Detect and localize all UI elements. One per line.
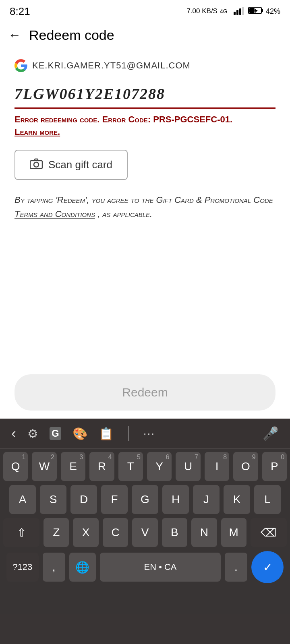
key-row-2: A S D F G H J K L — [3, 485, 287, 514]
battery-icon — [248, 6, 263, 17]
svg-rect-4 — [242, 7, 244, 15]
header: ← Redeem code — [0, 21, 290, 50]
account-row: KE.KRI.GAMER.YT51@GMAIL.COM — [14, 59, 276, 72]
key-c[interactable]: C — [103, 518, 128, 547]
status-time: 8:21 — [10, 5, 30, 18]
key-x[interactable]: X — [73, 518, 98, 547]
network-speed: 7.00 KB/S — [186, 7, 218, 15]
key-h[interactable]: H — [162, 485, 189, 514]
keyboard-keys: 1Q 2W 3E 4R 5T 6Y 7U 8I 9O 0P A S D F G … — [0, 449, 290, 585]
back-button[interactable]: ← — [8, 28, 21, 43]
key-e[interactable]: 3E — [61, 452, 85, 481]
content-area: KE.KRI.GAMER.YT51@GMAIL.COM Error redeem… — [0, 50, 290, 231]
key-y[interactable]: 6Y — [147, 452, 172, 481]
code-input[interactable] — [14, 82, 276, 109]
key-f[interactable]: F — [101, 485, 128, 514]
error-message: Error redeeming code. Error Code: PRS-PG… — [14, 114, 276, 138]
learn-more-link[interactable]: Learn more. — [14, 127, 60, 137]
svg-rect-2 — [236, 10, 238, 15]
key-shift[interactable]: ⇧ — [3, 518, 39, 547]
terms-link[interactable]: Terms and Conditions — [14, 209, 95, 219]
key-comma[interactable]: , — [43, 553, 65, 582]
key-s[interactable]: S — [40, 485, 66, 514]
status-bar: 8:21 7.00 KB/S 4G 42% — [0, 0, 290, 21]
key-globe[interactable]: 🌐 — [69, 553, 96, 582]
key-d[interactable]: D — [70, 485, 97, 514]
key-row-4: ?123 , 🌐 EN • CA . ✓ — [3, 551, 287, 583]
account-email: KE.KRI.GAMER.YT51@GMAIL.COM — [32, 60, 191, 71]
keyboard-settings-icon[interactable]: ⚙ — [27, 427, 38, 441]
key-m[interactable]: M — [221, 518, 246, 547]
key-q[interactable]: 1Q — [3, 452, 28, 481]
keyboard-more-icon[interactable]: ··· — [143, 427, 155, 440]
keyboard-mic-icon[interactable]: 🎤 — [263, 426, 279, 441]
key-space[interactable]: EN • CA — [100, 553, 221, 582]
battery-percent: 42% — [266, 7, 280, 16]
keyboard-translate-icon[interactable]: G — [50, 427, 61, 440]
svg-point-9 — [34, 162, 39, 167]
keyboard-back-icon[interactable]: ‹ — [11, 425, 16, 442]
key-period[interactable]: . — [225, 553, 247, 582]
key-r[interactable]: 4R — [89, 452, 114, 481]
redeem-button-container: Redeem — [14, 374, 276, 411]
key-j[interactable]: J — [193, 485, 220, 514]
key-p[interactable]: 0P — [262, 452, 287, 481]
key-l[interactable]: L — [254, 485, 281, 514]
svg-rect-3 — [239, 8, 241, 15]
key-g[interactable]: G — [132, 485, 158, 514]
toolbar-left: ‹ ⚙ G 🎨 📋 ··· — [11, 425, 155, 442]
key-123[interactable]: ?123 — [6, 553, 39, 582]
key-t[interactable]: 5T — [118, 452, 143, 481]
svg-rect-7 — [249, 8, 255, 13]
key-a[interactable]: A — [9, 485, 36, 514]
signal-icon — [234, 6, 246, 17]
redeem-button[interactable]: Redeem — [14, 374, 276, 411]
keyboard-clipboard-icon[interactable]: 📋 — [99, 427, 114, 441]
toolbar-divider — [128, 426, 129, 441]
key-row-1: 1Q 2W 3E 4R 5T 6Y 7U 8I 9O 0P — [3, 452, 287, 481]
svg-rect-6 — [261, 9, 263, 12]
key-w[interactable]: 2W — [32, 452, 56, 481]
key-n[interactable]: N — [191, 518, 217, 547]
network-type: 4G — [220, 6, 231, 17]
svg-text:4G: 4G — [220, 8, 228, 14]
keyboard-area: ‹ ⚙ G 🎨 📋 ··· 🎤 1Q 2W 3E 4R 5T 6Y 7U 8I … — [0, 419, 290, 644]
key-row-3: ⇧ Z X C V B N M ⌫ — [3, 518, 287, 547]
svg-rect-1 — [234, 12, 236, 15]
key-o[interactable]: 9O — [233, 452, 258, 481]
key-enter[interactable]: ✓ — [251, 551, 284, 583]
terms-text: By tapping 'Redeem', you agree to the Gi… — [14, 193, 276, 221]
page-title: Redeem code — [29, 27, 114, 43]
keyboard-palette-icon[interactable]: 🎨 — [72, 427, 87, 441]
key-z[interactable]: Z — [44, 518, 69, 547]
scan-button-label: Scan gift card — [48, 159, 112, 171]
key-backspace[interactable]: ⌫ — [251, 518, 287, 547]
key-v[interactable]: V — [132, 518, 157, 547]
key-k[interactable]: K — [224, 485, 250, 514]
status-icons: 7.00 KB/S 4G 42% — [186, 6, 280, 17]
key-u[interactable]: 7U — [176, 452, 200, 481]
key-i[interactable]: 8I — [205, 452, 229, 481]
google-logo-icon — [14, 59, 27, 72]
camera-icon — [30, 158, 43, 172]
code-input-container[interactable] — [14, 82, 276, 109]
keyboard-toolbar: ‹ ⚙ G 🎨 📋 ··· 🎤 — [0, 419, 290, 449]
key-b[interactable]: B — [162, 518, 187, 547]
scan-gift-card-button[interactable]: Scan gift card — [14, 150, 128, 180]
